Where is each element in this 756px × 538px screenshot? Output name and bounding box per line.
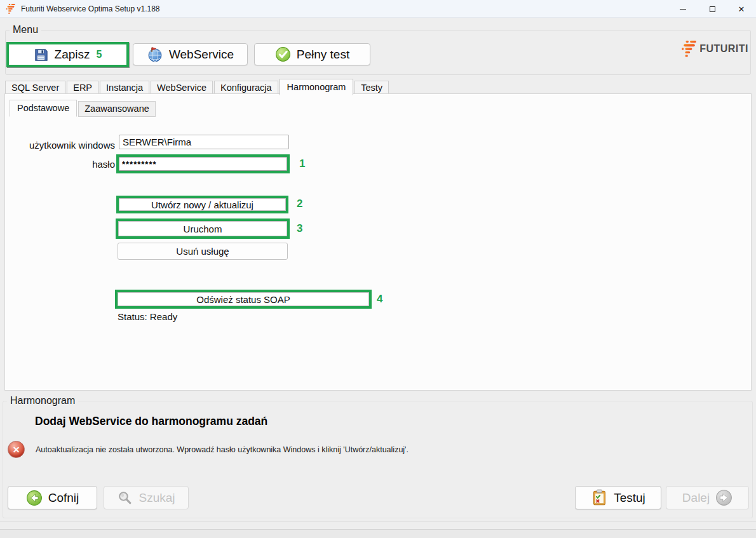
test-button[interactable]: Testuj [575,486,661,509]
subtab-podstawowe[interactable]: Podstawowe [10,100,77,117]
tab-sql-server[interactable]: SQL Server [5,81,65,95]
futuriti-mark-icon [682,40,697,58]
search-icon [117,490,133,506]
password-label: hasło [6,159,115,170]
annotation-3: 3 [297,222,302,235]
menu-groupbox-label: Menu [10,24,41,36]
refresh-soap-status-button[interactable]: Odśwież status SOAP [118,292,369,306]
full-test-button[interactable]: Pełny test [254,43,370,65]
password-input[interactable] [119,157,287,171]
back-button[interactable]: Cofnij [8,486,97,509]
password-highlight-frame [116,154,290,173]
main-tabstrip: SQL Server ERP Instancja WebService Konf… [5,80,390,94]
check-circle-icon [275,46,291,62]
brand-name: Futuriti [699,43,748,55]
next-arrow-icon [715,489,732,506]
next-button[interactable]: Dalej [666,486,749,509]
soap-status-text: Status: Ready [118,311,177,322]
app-logo-icon [6,4,16,14]
back-arrow-icon [26,490,43,506]
sub-tabstrip: Podstawowe Zaawansowane [10,100,157,117]
maximize-button[interactable] [698,0,727,18]
refresh-highlight-frame: Odśwież status SOAP [115,290,372,309]
webservice-button[interactable]: WebService [133,43,248,65]
app-window: Futuriti Webservice Optima Setup v1.188 … [0,0,756,538]
annotation-5: 5 [97,49,102,60]
next-button-label: Dalej [682,491,710,505]
annotation-2: 2 [297,198,302,210]
globe-icon [147,46,163,63]
minimize-icon [680,9,686,10]
windows-user-input[interactable] [119,135,289,149]
delete-service-button[interactable]: Usuń usługę [118,243,288,260]
create-update-button[interactable]: Utwórz nowy / aktualizuj [119,198,286,211]
tab-testy[interactable]: Testy [354,81,389,95]
error-message: Autoaktualizacja nie została utworzona. … [36,445,408,454]
bottom-strip-divider [0,529,756,530]
error-x-glyph: ✕ [13,445,20,454]
minimize-button[interactable] [668,0,698,18]
save-button-label: Zapisz [55,48,90,62]
tab-erp[interactable]: ERP [67,81,98,95]
search-button-label: Szukaj [138,491,175,505]
tab-konfiguracja[interactable]: Konfiguracja [214,81,278,95]
close-icon: ✕ [738,5,745,13]
footer-divider [0,521,756,521]
maximize-icon [710,6,715,12]
clipboard-icon [591,489,608,506]
bottom-strip [0,530,756,538]
tab-webservice[interactable]: WebService [151,81,213,95]
close-button[interactable]: ✕ [727,0,756,18]
titlebar: Futuriti Webservice Optima Setup v1.188 … [0,0,756,18]
webservice-button-label: WebService [169,48,234,62]
floppy-disk-icon [34,48,48,62]
create-highlight-frame: Utwórz nowy / aktualizuj [116,196,288,213]
brand-logo: Futuriti [682,40,748,58]
subtab-zaawansowane[interactable]: Zaawansowane [78,101,156,117]
tab-harmonogram[interactable]: Harmonogram [280,79,354,95]
windows-user-label: użytkownik windows [6,140,115,151]
annotation-1: 1 [299,158,305,170]
window-title: Futuriti Webservice Optima Setup v1.188 [21,4,160,13]
annotation-4: 4 [377,293,382,306]
error-icon: ✕ [8,441,25,458]
schedule-heading: Dodaj WebService do harmonogramu zadań [35,415,267,428]
save-button[interactable]: Zapisz 5 [6,42,129,67]
tab-instancja[interactable]: Instancja [100,81,149,95]
back-button-label: Cofnij [48,491,79,505]
test-button-label: Testuj [614,491,645,505]
harmonogram-groupbox-label: Harmonogram [7,395,78,407]
run-highlight-frame: Uruchom [116,219,290,239]
run-button[interactable]: Uruchom [118,221,287,236]
full-test-button-label: Pełny test [297,48,349,62]
harmonogram-tab-panel: Podstawowe Zaawansowane użytkownik windo… [4,93,752,391]
search-button[interactable]: Szukaj [104,486,189,509]
